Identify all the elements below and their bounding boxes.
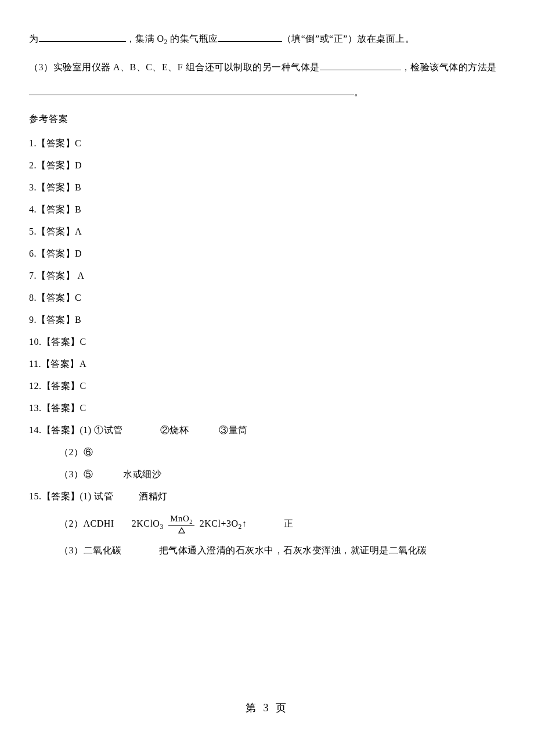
text: 的集气瓶应: [168, 34, 218, 44]
answer-15-line-3: （3）二氧化碳把气体通入澄清的石灰水中，石灰水变浑浊，就证明是二氧化碳: [29, 546, 505, 555]
answer-item: 4.【答案】B: [29, 205, 505, 214]
text: （填“倒”或“正”）放在桌面上。: [282, 34, 414, 44]
text: ，检验该气体的方法是: [401, 62, 497, 72]
text: 水或细沙: [123, 469, 161, 479]
answers-heading: 参考答案: [29, 114, 505, 124]
text: （2）ACDHI: [59, 519, 114, 528]
answer-14-line-3: （3）⑤水或细沙: [29, 470, 505, 479]
text: 正: [284, 519, 294, 528]
question-fragment-line-2: （3）实验室用仪器 A、B、C、E、F 组合还可以制取的另一种气体是，检验该气体…: [29, 61, 505, 72]
page-number: 第 3 页: [0, 703, 534, 713]
answer-item: 9.【答案】B: [29, 315, 505, 325]
answer-item: 3.【答案】B: [29, 183, 505, 192]
answer-15-line-1: 15.【答案】(1) 试管酒精灯: [29, 492, 505, 501]
answer-item: 13.【答案】C: [29, 404, 505, 413]
text: ③量筒: [219, 425, 248, 435]
text: 。: [354, 87, 364, 97]
answer-item: 2.【答案】D: [29, 161, 505, 170]
text: （3）⑤: [59, 469, 93, 479]
triangle-icon: [178, 526, 185, 535]
text: （3）二氧化碳: [59, 545, 122, 555]
answer-14-line-1: 14.【答案】(1) ①试管②烧杯③量筒: [29, 426, 505, 435]
reaction-condition: MnO2: [168, 514, 194, 535]
blank-field: [29, 87, 354, 95]
question-fragment-line-3: 。: [29, 87, 505, 97]
text: ②烧杯: [160, 425, 189, 435]
text: 14.【答案】(1) ①试管: [29, 425, 123, 435]
answer-14-line-2: （2）⑥: [29, 448, 505, 457]
answer-item: 6.【答案】D: [29, 249, 505, 258]
answer-15-line-2: （2）ACDHI2KClO3 MnO2 2KCl+3O2↑正: [29, 514, 505, 535]
answer-item: 11.【答案】A: [29, 359, 505, 369]
answer-item: 8.【答案】C: [29, 293, 505, 303]
answer-item: 12.【答案】C: [29, 381, 505, 391]
equation-left: 2KClO3: [132, 519, 164, 528]
text: 把气体通入澄清的石灰水中，石灰水变浑浊，就证明是二氧化碳: [159, 545, 427, 555]
blank-field: [320, 61, 401, 70]
text: （3）实验室用仪器 A、B、C、E、F 组合还可以制取的另一种气体是: [29, 62, 320, 72]
text: 酒精灯: [139, 491, 168, 501]
text: 为: [29, 34, 39, 44]
text: ，集满 O: [126, 34, 164, 44]
text: 15.【答案】(1) 试管: [29, 491, 113, 501]
answer-item: 7.【答案】 A: [29, 271, 505, 280]
equation-right: 2KCl+3O2↑: [200, 519, 247, 528]
answer-item: 5.【答案】A: [29, 227, 505, 236]
answer-item: 10.【答案】C: [29, 337, 505, 347]
question-fragment-line-1: 为，集满 O2 的集气瓶应（填“倒”或“正”）放在桌面上。: [29, 33, 505, 46]
blank-field: [39, 33, 126, 42]
blank-field: [218, 33, 282, 42]
answer-item: 1.【答案】C: [29, 139, 505, 148]
